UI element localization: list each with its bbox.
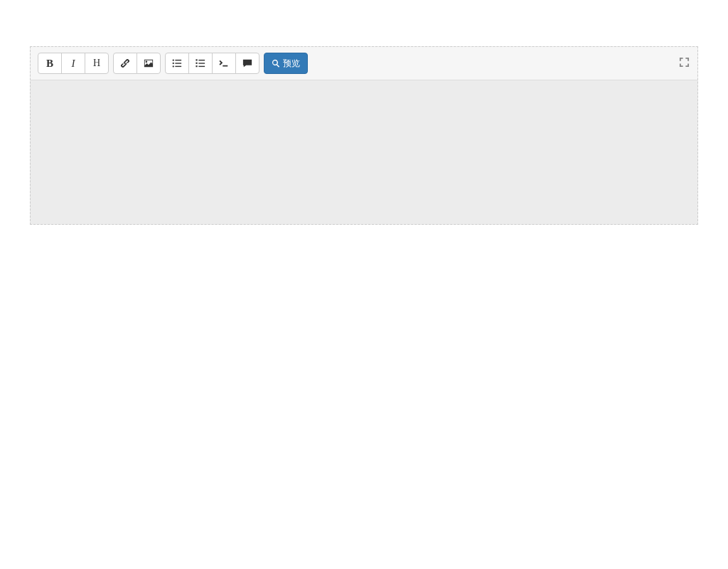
ordered-list-button[interactable] — [188, 53, 213, 74]
preview-label: 预览 — [283, 58, 300, 70]
fullscreen-button[interactable] — [678, 57, 690, 70]
editor-textarea[interactable] — [31, 80, 697, 224]
svg-rect-5 — [175, 66, 181, 67]
preview-button[interactable]: 预览 — [264, 53, 308, 74]
list-ul-icon — [172, 58, 182, 68]
markdown-editor: B I H — [30, 46, 698, 225]
svg-rect-10 — [196, 63, 197, 64]
quote-button[interactable] — [235, 53, 259, 74]
heading-button[interactable]: H — [85, 53, 109, 74]
terminal-icon — [219, 58, 229, 68]
heading-icon: H — [93, 58, 100, 68]
svg-rect-11 — [196, 65, 197, 67]
list-ol-icon — [196, 58, 205, 68]
insert-group — [113, 53, 161, 74]
code-button[interactable] — [212, 53, 236, 74]
svg-rect-8 — [198, 66, 205, 67]
text-format-group: B I H — [38, 53, 109, 74]
italic-button[interactable]: I — [61, 53, 85, 74]
svg-rect-3 — [175, 60, 181, 60]
image-button[interactable] — [136, 53, 161, 74]
image-icon — [144, 58, 154, 68]
expand-icon — [679, 57, 690, 70]
svg-point-1 — [173, 63, 174, 64]
svg-rect-4 — [175, 63, 181, 63]
svg-point-2 — [173, 65, 174, 67]
list-code-group — [165, 53, 259, 74]
editor-toolbar: B I H — [31, 47, 697, 80]
comment-icon — [242, 58, 252, 68]
bold-icon: B — [46, 58, 53, 69]
svg-rect-6 — [198, 60, 205, 60]
italic-icon: I — [72, 58, 75, 69]
link-button[interactable] — [113, 53, 137, 74]
search-icon — [272, 59, 280, 68]
svg-point-0 — [173, 59, 174, 60]
unordered-list-button[interactable] — [165, 53, 189, 74]
bold-button[interactable]: B — [38, 53, 62, 74]
svg-rect-9 — [196, 59, 197, 60]
svg-rect-7 — [198, 63, 205, 63]
link-icon — [120, 58, 130, 68]
